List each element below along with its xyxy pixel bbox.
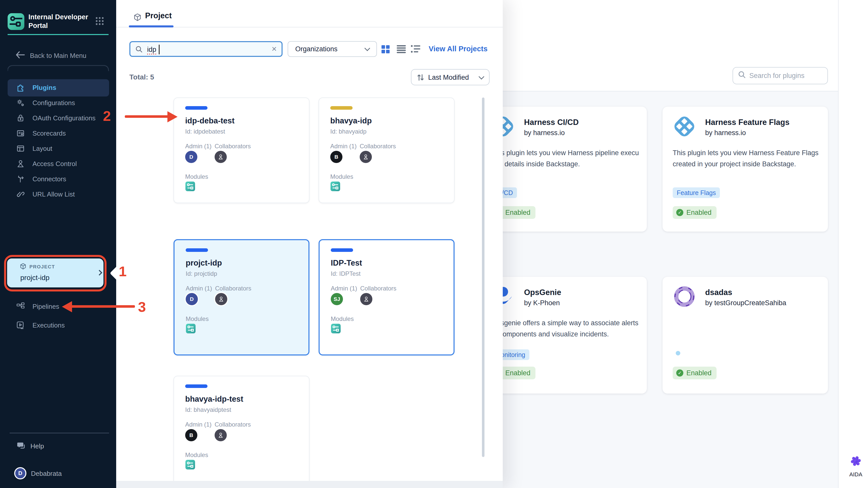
modules-label: Modules	[185, 173, 208, 180]
sidebar-item-layout[interactable]: Layout	[8, 141, 109, 156]
project-card-bhavya-idp[interactable]: bhavya-idp Id: bhavyaidp Admin (1) Colla…	[318, 97, 455, 203]
collaborators-label: Collaborators	[215, 285, 251, 292]
search-icon	[738, 71, 746, 81]
modules-label: Modules	[186, 315, 209, 322]
plugin-tag: Feature Flags	[673, 188, 720, 198]
card-color-bar	[331, 248, 353, 252]
project-name: idp-deba-test	[185, 116, 235, 125]
sidebar-item-url-allow-list[interactable]: URL Allow List	[8, 187, 109, 202]
back-to-main-menu[interactable]: Back to Main Menu	[30, 52, 87, 60]
admin-label: Admin (1)	[331, 285, 357, 292]
right-rail	[838, 0, 868, 488]
chevron-down-icon	[365, 46, 370, 51]
plugin-author: by K-Phoen	[524, 299, 560, 307]
sort-dropdown[interactable]: Last Modified	[411, 69, 490, 85]
sidebar-item-plugins[interactable]: Plugins	[8, 80, 109, 95]
modules-label: Modules	[185, 452, 208, 459]
plugin-title: OpsGenie	[524, 288, 561, 297]
annotation-arrow-3-head	[62, 301, 72, 312]
search-query-text: idp	[147, 46, 156, 55]
project-name: IDP-Test	[331, 258, 362, 268]
project-id: Id: projctidp	[186, 270, 217, 277]
card-color-bar	[186, 248, 208, 252]
collaborator-avatar	[215, 151, 227, 163]
card-color-bar	[185, 384, 208, 388]
sidebar-item-scorecards[interactable]: Scorecards	[8, 126, 109, 141]
plugin-card-harness-feature-flags[interactable]: Harness Feature Flags by harness.io This…	[662, 107, 828, 232]
user-name: Debabrata	[31, 470, 62, 478]
admin-label: Admin (1)	[330, 143, 356, 150]
plugin-card-dsadas[interactable]: dsadas by testGroupCreateSahiba ✓Enabled	[662, 277, 828, 394]
divider	[10, 433, 109, 433]
project-name: bhavya-idp-test	[185, 395, 243, 404]
plugin-title: Harness Feature Flags	[705, 118, 789, 127]
plugin-title: Harness CI/CD	[524, 118, 579, 127]
project-card-bhavya-idp-test[interactable]: bhavya-idp-test Id: bhavyaidptest Admin …	[174, 376, 309, 481]
organizations-select-value: Organizations	[295, 45, 338, 53]
sidebar-item-access-control[interactable]: Access Control	[8, 156, 109, 172]
check-icon: ✓	[676, 369, 683, 376]
plugin-description: This plugin lets you view Harness pipeli…	[492, 147, 641, 170]
scrollbar[interactable]	[482, 97, 485, 457]
project-selector-drawer: Project idp ✕ Organizations View All Pro…	[116, 0, 503, 488]
organizations-select[interactable]: Organizations	[288, 41, 377, 57]
dsadas-logo-icon	[673, 285, 696, 308]
status-badge: ✓Enabled	[673, 206, 717, 219]
admin-label: Admin (1)	[186, 285, 212, 292]
sidebar-item-configurations[interactable]: Configurations	[8, 95, 109, 111]
annotation-box-1	[4, 255, 106, 291]
drawer-bottom-strip	[116, 481, 503, 488]
admin-avatar: B	[330, 151, 342, 163]
sidebar-item-connectors[interactable]: Connectors	[8, 172, 109, 187]
idp-logo-icon	[8, 13, 24, 30]
plugin-author: by testGroupCreateSahiba	[705, 299, 786, 307]
aida-widget[interactable]: AIDA	[844, 455, 867, 478]
project-name: projct-idp	[186, 258, 222, 268]
chevron-down-icon	[478, 74, 485, 80]
plugin-card-harness-cicd[interactable]: Harness CI/CD by harness.io This plugin …	[482, 107, 647, 232]
collaborators-label: Collaborators	[360, 143, 396, 150]
sidebar-item-oauth-configurations[interactable]: OAuth Configurations	[8, 111, 109, 126]
project-id: Id: bhavyaidptest	[185, 406, 231, 413]
plugin-card-opsgenie[interactable]: OpsGenie by K-Phoen Opsgenie offers a si…	[482, 277, 647, 394]
project-card-projct-idp-selected[interactable]: projct-idp Id: projctidp Admin (1) Colla…	[174, 239, 309, 355]
collaborator-avatar	[215, 293, 227, 305]
harness-ff-logo-icon	[673, 115, 696, 138]
annotation-number-3: 3	[138, 298, 146, 315]
plugin-description: This plugin lets you view Harness Featur…	[673, 147, 822, 170]
annotation-arrow-2-line	[125, 115, 168, 118]
annotation-arrow-3-line	[71, 305, 135, 308]
aida-icon	[849, 460, 862, 469]
status-badge: ✓Enabled	[673, 367, 717, 379]
tag-dot	[676, 351, 680, 355]
clear-search-icon[interactable]: ✕	[271, 45, 277, 53]
annotation-arrow-2-head	[167, 111, 178, 122]
user-avatar[interactable]: D	[14, 467, 26, 479]
app-root: AIDA Harness CI/CD by harness.io This pl…	[0, 0, 868, 488]
collaborators-label: Collaborators	[360, 285, 397, 292]
sidebar-item-executions[interactable]: Executions	[8, 318, 109, 333]
help-label[interactable]: Help	[30, 442, 44, 450]
collaborator-avatar	[215, 429, 227, 441]
project-id: Id: bhavyaidp	[330, 128, 367, 135]
view-all-projects-link[interactable]: View All Projects	[429, 45, 488, 53]
collaborators-label: Collaborators	[215, 421, 251, 428]
card-color-bar	[330, 106, 352, 110]
project-search-input[interactable]: idp ✕	[129, 41, 283, 57]
project-card-idp-deba-test[interactable]: idp-deba-test Id: idpdebatest Admin (1) …	[174, 97, 309, 203]
plugin-search-input[interactable]	[749, 72, 823, 80]
sort-dropdown-value: Last Modified	[428, 74, 469, 82]
admin-avatar: D	[185, 151, 197, 163]
collaborator-avatar	[360, 151, 372, 163]
app-title: Internal Developer Portal	[28, 13, 94, 30]
collaborators-label: Collaborators	[215, 143, 251, 150]
check-icon: ✓	[676, 209, 683, 216]
tab-project[interactable]: Project	[145, 11, 172, 20]
aida-label: AIDA	[844, 471, 867, 478]
admin-avatar: SJ	[331, 293, 343, 305]
annotation-number-1: 1	[119, 263, 127, 280]
project-card-idp-test[interactable]: IDP-Test Id: IDPTest Admin (1) Collabora…	[318, 239, 455, 355]
admin-avatar: B	[185, 429, 197, 441]
plugin-search-box[interactable]	[733, 67, 828, 84]
svg-text:?: ?	[19, 442, 21, 447]
